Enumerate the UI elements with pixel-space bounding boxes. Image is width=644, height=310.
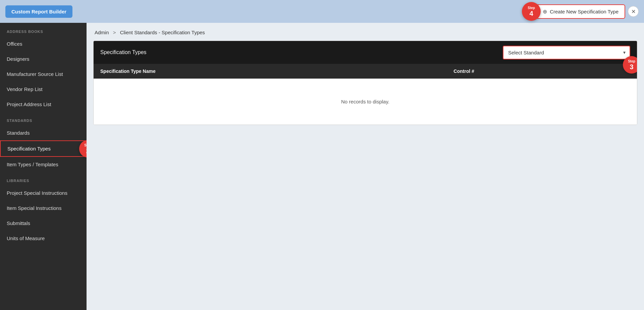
table-title: Specification Types	[100, 49, 497, 55]
sidebar-item-item-special-instructions[interactable]: Item Special Instructions	[0, 201, 87, 216]
create-new-label: Create New Specification Type	[550, 9, 619, 14]
create-new-specification-type-button[interactable]: ⊕ Create New Specification Type	[536, 4, 625, 19]
empty-state-message: No records to display.	[94, 79, 637, 125]
sidebar-item-units-of-measure[interactable]: Units of Measure	[0, 231, 87, 246]
content-area: Admin > Client Standards - Specification…	[87, 23, 644, 310]
select-standard-wrapper: Select Standard ▾ Step 3	[503, 46, 630, 59]
breadcrumb-root: Admin	[95, 30, 109, 35]
sidebar-item-offices[interactable]: Offices	[0, 36, 87, 51]
top-bar-right: Step 4 ⊕ Create New Specification Type ✕	[536, 4, 639, 19]
custom-report-button[interactable]: Custom Report Builder	[5, 5, 72, 18]
close-button[interactable]: ✕	[628, 6, 639, 17]
sidebar: ADDRESS BOOKS Offices Designers Manufact…	[0, 23, 87, 310]
sidebar-item-specification-types[interactable]: Specification Types	[0, 140, 87, 157]
plus-icon: ⊕	[543, 8, 547, 15]
step3-badge: Step 3	[623, 56, 637, 74]
step4-badge: Step 4	[522, 2, 541, 21]
main-layout: ADDRESS BOOKS Offices Designers Manufact…	[0, 23, 644, 310]
sidebar-section-address-books: ADDRESS BOOKS	[0, 23, 87, 36]
sidebar-item-manufacturer-source-list[interactable]: Manufacturer Source List	[0, 67, 87, 82]
sidebar-item-submittals[interactable]: Submittals	[0, 216, 87, 231]
breadcrumb-current: Client Standards - Specification Types	[120, 30, 205, 35]
sidebar-section-libraries: LIBRARIES	[0, 172, 87, 185]
select-standard-dropdown[interactable]: Select Standard	[503, 46, 630, 59]
sidebar-item-specification-types-wrapper: Specification Types Step 2	[0, 140, 87, 157]
sidebar-item-item-types-templates[interactable]: Item Types / Templates	[0, 157, 87, 172]
breadcrumb: Admin > Client Standards - Specification…	[93, 30, 637, 35]
sidebar-section-standards: STANDARDS	[0, 112, 87, 125]
sidebar-item-vendor-rep-list[interactable]: Vendor Rep List	[0, 82, 87, 97]
sidebar-item-project-special-instructions[interactable]: Project Special Instructions	[0, 185, 87, 201]
col-header-name: Specification Type Name	[100, 69, 453, 74]
specification-types-table: Specification Types Select Standard ▾ St…	[93, 41, 637, 125]
breadcrumb-separator: >	[113, 30, 116, 35]
col-header-control: Control #	[453, 69, 630, 74]
table-header: Specification Types Select Standard ▾ St…	[94, 41, 637, 64]
sidebar-item-standards[interactable]: Standards	[0, 125, 87, 140]
sidebar-item-designers[interactable]: Designers	[0, 51, 87, 67]
sidebar-item-project-address-list[interactable]: Project Address List	[0, 97, 87, 112]
column-headers: Specification Type Name Control #	[94, 64, 637, 79]
top-bar: Custom Report Builder Step 4 ⊕ Create Ne…	[0, 0, 644, 23]
